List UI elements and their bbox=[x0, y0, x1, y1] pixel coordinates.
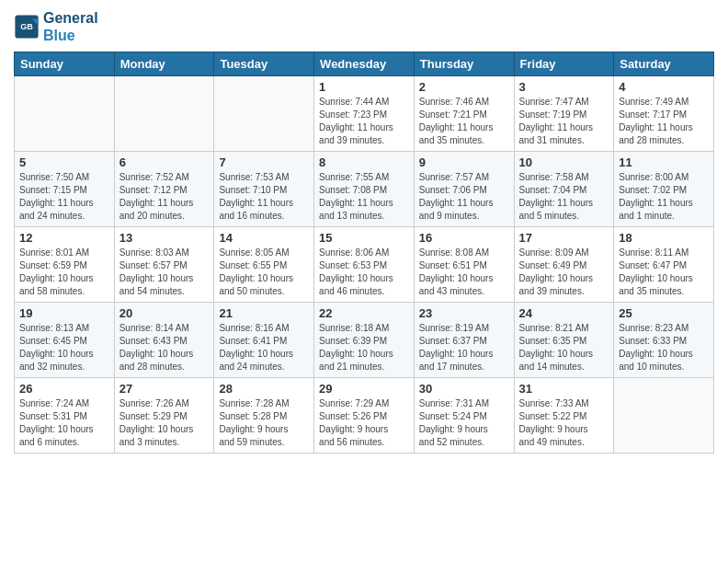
calendar-cell: 28Sunrise: 7:28 AM Sunset: 5:28 PM Dayli… bbox=[214, 378, 314, 454]
week-row-3: 12Sunrise: 8:01 AM Sunset: 6:59 PM Dayli… bbox=[15, 227, 714, 303]
day-number: 24 bbox=[519, 306, 609, 320]
day-number: 2 bbox=[419, 80, 509, 94]
day-info: Sunrise: 7:29 AM Sunset: 5:26 PM Dayligh… bbox=[319, 397, 409, 449]
calendar-cell: 14Sunrise: 8:05 AM Sunset: 6:55 PM Dayli… bbox=[214, 227, 314, 303]
week-row-4: 19Sunrise: 8:13 AM Sunset: 6:45 PM Dayli… bbox=[15, 303, 714, 378]
day-number: 30 bbox=[419, 382, 509, 396]
calendar-cell: 26Sunrise: 7:24 AM Sunset: 5:31 PM Dayli… bbox=[15, 378, 115, 454]
day-info: Sunrise: 7:26 AM Sunset: 5:29 PM Dayligh… bbox=[119, 397, 210, 449]
day-info: Sunrise: 8:03 AM Sunset: 6:57 PM Dayligh… bbox=[119, 247, 210, 298]
day-number: 13 bbox=[119, 231, 210, 245]
day-number: 28 bbox=[219, 382, 309, 396]
day-info: Sunrise: 8:09 AM Sunset: 6:49 PM Dayligh… bbox=[519, 247, 609, 298]
day-number: 4 bbox=[619, 80, 709, 94]
calendar-cell bbox=[214, 76, 314, 152]
day-info: Sunrise: 8:16 AM Sunset: 6:41 PM Dayligh… bbox=[219, 322, 309, 373]
day-number: 17 bbox=[519, 231, 609, 245]
calendar-cell: 27Sunrise: 7:26 AM Sunset: 5:29 PM Dayli… bbox=[114, 378, 214, 454]
calendar-cell: 7Sunrise: 7:53 AM Sunset: 7:10 PM Daylig… bbox=[214, 152, 314, 227]
calendar-cell bbox=[15, 76, 115, 152]
calendar-cell: 1Sunrise: 7:44 AM Sunset: 7:23 PM Daylig… bbox=[314, 76, 415, 152]
day-info: Sunrise: 8:19 AM Sunset: 6:37 PM Dayligh… bbox=[419, 322, 509, 373]
calendar-cell: 22Sunrise: 8:18 AM Sunset: 6:39 PM Dayli… bbox=[314, 303, 415, 378]
day-info: Sunrise: 7:31 AM Sunset: 5:24 PM Dayligh… bbox=[419, 397, 509, 449]
calendar-cell: 8Sunrise: 7:55 AM Sunset: 7:08 PM Daylig… bbox=[314, 152, 415, 227]
calendar-cell: 11Sunrise: 8:00 AM Sunset: 7:02 PM Dayli… bbox=[614, 152, 714, 227]
weekday-header-tuesday: Tuesday bbox=[214, 52, 314, 76]
calendar-cell: 9Sunrise: 7:57 AM Sunset: 7:06 PM Daylig… bbox=[414, 152, 514, 227]
day-info: Sunrise: 8:05 AM Sunset: 6:55 PM Dayligh… bbox=[219, 247, 309, 298]
calendar-cell: 24Sunrise: 8:21 AM Sunset: 6:35 PM Dayli… bbox=[514, 303, 614, 378]
weekday-header-wednesday: Wednesday bbox=[314, 52, 415, 76]
calendar-cell: 25Sunrise: 8:23 AM Sunset: 6:33 PM Dayli… bbox=[614, 303, 714, 378]
day-number: 11 bbox=[619, 155, 709, 169]
logo-text: General Blue bbox=[43, 9, 98, 44]
day-info: Sunrise: 7:57 AM Sunset: 7:06 PM Dayligh… bbox=[419, 171, 509, 223]
calendar-cell bbox=[114, 76, 214, 152]
day-info: Sunrise: 7:47 AM Sunset: 7:19 PM Dayligh… bbox=[519, 96, 609, 147]
day-number: 3 bbox=[519, 80, 609, 94]
week-row-2: 5Sunrise: 7:50 AM Sunset: 7:15 PM Daylig… bbox=[15, 152, 714, 227]
day-number: 18 bbox=[619, 231, 709, 245]
day-info: Sunrise: 8:21 AM Sunset: 6:35 PM Dayligh… bbox=[519, 322, 609, 373]
day-number: 31 bbox=[519, 382, 609, 396]
calendar-cell: 29Sunrise: 7:29 AM Sunset: 5:26 PM Dayli… bbox=[314, 378, 415, 454]
calendar-cell: 16Sunrise: 8:08 AM Sunset: 6:51 PM Dayli… bbox=[414, 227, 514, 303]
day-info: Sunrise: 7:55 AM Sunset: 7:08 PM Dayligh… bbox=[319, 171, 409, 223]
day-number: 7 bbox=[219, 155, 309, 169]
day-number: 1 bbox=[319, 80, 409, 94]
weekday-header-saturday: Saturday bbox=[614, 52, 714, 76]
day-number: 14 bbox=[219, 231, 309, 245]
weekday-header-monday: Monday bbox=[114, 52, 214, 76]
calendar-cell: 12Sunrise: 8:01 AM Sunset: 6:59 PM Dayli… bbox=[15, 227, 115, 303]
calendar-cell: 21Sunrise: 8:16 AM Sunset: 6:41 PM Dayli… bbox=[214, 303, 314, 378]
day-number: 9 bbox=[419, 155, 509, 169]
calendar-cell: 17Sunrise: 8:09 AM Sunset: 6:49 PM Dayli… bbox=[514, 227, 614, 303]
day-info: Sunrise: 7:44 AM Sunset: 7:23 PM Dayligh… bbox=[319, 96, 409, 147]
calendar-cell: 20Sunrise: 8:14 AM Sunset: 6:43 PM Dayli… bbox=[114, 303, 214, 378]
calendar-container: GB General Blue SundayMondayTuesdayWedne… bbox=[0, 0, 728, 458]
calendar-cell: 10Sunrise: 7:58 AM Sunset: 7:04 PM Dayli… bbox=[514, 152, 614, 227]
weekday-header-sunday: Sunday bbox=[15, 52, 115, 76]
day-info: Sunrise: 8:13 AM Sunset: 6:45 PM Dayligh… bbox=[19, 322, 109, 373]
day-info: Sunrise: 7:28 AM Sunset: 5:28 PM Dayligh… bbox=[219, 397, 309, 449]
day-info: Sunrise: 7:53 AM Sunset: 7:10 PM Dayligh… bbox=[219, 171, 309, 223]
day-number: 26 bbox=[19, 382, 109, 396]
day-number: 27 bbox=[119, 382, 210, 396]
day-info: Sunrise: 8:11 AM Sunset: 6:47 PM Dayligh… bbox=[619, 247, 709, 298]
calendar-table: SundayMondayTuesdayWednesdayThursdayFrid… bbox=[14, 52, 714, 454]
calendar-cell: 19Sunrise: 8:13 AM Sunset: 6:45 PM Dayli… bbox=[15, 303, 115, 378]
calendar-cell: 2Sunrise: 7:46 AM Sunset: 7:21 PM Daylig… bbox=[414, 76, 514, 152]
day-info: Sunrise: 8:08 AM Sunset: 6:51 PM Dayligh… bbox=[419, 247, 509, 298]
weekday-header-thursday: Thursday bbox=[414, 52, 514, 76]
calendar-cell: 31Sunrise: 7:33 AM Sunset: 5:22 PM Dayli… bbox=[514, 378, 614, 454]
day-number: 15 bbox=[319, 231, 409, 245]
day-info: Sunrise: 8:18 AM Sunset: 6:39 PM Dayligh… bbox=[319, 322, 409, 373]
day-number: 12 bbox=[19, 231, 109, 245]
day-number: 22 bbox=[319, 306, 409, 320]
day-number: 25 bbox=[619, 306, 709, 320]
calendar-cell: 6Sunrise: 7:52 AM Sunset: 7:12 PM Daylig… bbox=[114, 152, 214, 227]
svg-text:GB: GB bbox=[20, 22, 33, 31]
day-info: Sunrise: 8:01 AM Sunset: 6:59 PM Dayligh… bbox=[19, 247, 109, 298]
calendar-cell: 13Sunrise: 8:03 AM Sunset: 6:57 PM Dayli… bbox=[114, 227, 214, 303]
day-info: Sunrise: 8:06 AM Sunset: 6:53 PM Dayligh… bbox=[319, 247, 409, 298]
day-info: Sunrise: 7:33 AM Sunset: 5:22 PM Dayligh… bbox=[519, 397, 609, 449]
logo: GB General Blue bbox=[14, 9, 98, 44]
week-row-5: 26Sunrise: 7:24 AM Sunset: 5:31 PM Dayli… bbox=[15, 378, 714, 454]
day-info: Sunrise: 7:24 AM Sunset: 5:31 PM Dayligh… bbox=[19, 397, 109, 449]
calendar-cell: 23Sunrise: 8:19 AM Sunset: 6:37 PM Dayli… bbox=[414, 303, 514, 378]
weekday-header-row: SundayMondayTuesdayWednesdayThursdayFrid… bbox=[15, 52, 714, 76]
calendar-cell: 18Sunrise: 8:11 AM Sunset: 6:47 PM Dayli… bbox=[614, 227, 714, 303]
day-number: 29 bbox=[319, 382, 409, 396]
calendar-cell: 5Sunrise: 7:50 AM Sunset: 7:15 PM Daylig… bbox=[15, 152, 115, 227]
calendar-cell: 3Sunrise: 7:47 AM Sunset: 7:19 PM Daylig… bbox=[514, 76, 614, 152]
calendar-cell: 15Sunrise: 8:06 AM Sunset: 6:53 PM Dayli… bbox=[314, 227, 415, 303]
day-number: 21 bbox=[219, 306, 309, 320]
day-info: Sunrise: 7:52 AM Sunset: 7:12 PM Dayligh… bbox=[119, 171, 210, 223]
day-info: Sunrise: 7:50 AM Sunset: 7:15 PM Dayligh… bbox=[19, 171, 109, 223]
calendar-cell: 30Sunrise: 7:31 AM Sunset: 5:24 PM Dayli… bbox=[414, 378, 514, 454]
logo-icon: GB bbox=[14, 14, 40, 40]
day-info: Sunrise: 8:14 AM Sunset: 6:43 PM Dayligh… bbox=[119, 322, 210, 373]
weekday-header-friday: Friday bbox=[514, 52, 614, 76]
